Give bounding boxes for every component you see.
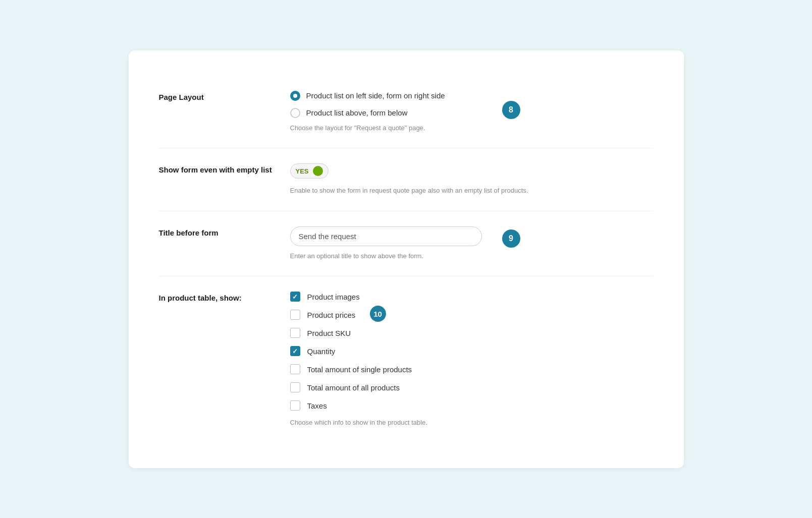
checkbox-quantity-label: Quantity — [307, 347, 336, 356]
layout-left-radio[interactable] — [290, 91, 300, 101]
layout-left-option[interactable]: Product list on left side, form on right… — [290, 91, 654, 101]
badge-8: 8 — [502, 101, 520, 119]
layout-helper-text: Choose the layout for "Request a quote" … — [290, 123, 654, 133]
checkbox-total-single[interactable]: Total amount of single products — [290, 364, 654, 374]
page-layout-label: Page Layout — [159, 91, 290, 102]
product-table-checkboxes: Product images Product prices 10 Product… — [290, 292, 654, 411]
title-before-form-content: 9 Enter an optional title to show above … — [290, 226, 654, 261]
checkbox-product-images-label: Product images — [307, 293, 360, 301]
product-table-label: In product table, show: — [159, 292, 290, 303]
checkbox-product-prices-box[interactable] — [290, 310, 300, 320]
yes-toggle[interactable]: YES — [290, 163, 329, 179]
checkbox-product-sku-box[interactable] — [290, 328, 300, 338]
title-helper-text: Enter an optional title to show above th… — [290, 251, 654, 261]
title-input-wrapper: 9 — [290, 226, 654, 246]
checkbox-product-prices-label: Product prices — [307, 311, 356, 319]
checkbox-product-sku-label: Product SKU — [307, 329, 351, 337]
title-before-form-row: Title before form 9 Enter an optional ti… — [159, 211, 654, 277]
checkbox-taxes-label: Taxes — [307, 401, 327, 410]
checkbox-product-sku[interactable]: Product SKU — [290, 328, 654, 338]
layout-above-option[interactable]: Product list above, form below — [290, 108, 654, 118]
layout-above-label: Product list above, form below — [306, 108, 408, 117]
show-form-content: YES Enable to show the form in request q… — [290, 163, 654, 196]
settings-card: Page Layout Product list on left side, f… — [129, 50, 684, 468]
product-table-content: Product images Product prices 10 Product… — [290, 292, 654, 428]
checkbox-total-all-box[interactable] — [290, 382, 300, 392]
checkbox-total-single-box[interactable] — [290, 364, 300, 374]
checkbox-taxes-box[interactable] — [290, 400, 300, 411]
checkbox-taxes[interactable]: Taxes — [290, 400, 654, 411]
product-table-helper: Choose which info to show in the product… — [290, 418, 654, 428]
checkbox-quantity-box[interactable] — [290, 346, 300, 356]
checkbox-quantity[interactable]: Quantity — [290, 346, 654, 356]
layout-radio-group: Product list on left side, form on right… — [290, 91, 654, 118]
layout-left-label: Product list on left side, form on right… — [306, 91, 445, 100]
title-input[interactable] — [290, 226, 482, 246]
product-table-row: In product table, show: Product images P… — [159, 276, 654, 443]
show-form-row: Show form even with empty list YES Enabl… — [159, 148, 654, 211]
title-before-form-label: Title before form — [159, 226, 290, 238]
toggle-yes-label: YES — [296, 167, 309, 175]
toggle-dot — [313, 166, 323, 176]
badge-9: 9 — [502, 229, 520, 248]
checkbox-product-images[interactable]: Product images — [290, 292, 654, 302]
checkbox-total-all-label: Total amount of all products — [307, 383, 400, 392]
show-form-helper: Enable to show the form in request quote… — [290, 186, 654, 196]
badge-10: 10 — [370, 306, 386, 322]
layout-above-radio[interactable] — [290, 108, 300, 118]
checkbox-product-prices[interactable]: Product prices 10 — [290, 310, 654, 320]
page-layout-content: Product list on left side, form on right… — [290, 91, 654, 133]
checkbox-total-all[interactable]: Total amount of all products — [290, 382, 654, 392]
checkbox-product-images-box[interactable] — [290, 292, 300, 302]
show-form-label: Show form even with empty list — [159, 163, 290, 175]
page-layout-row: Page Layout Product list on left side, f… — [159, 76, 654, 149]
checkbox-total-single-label: Total amount of single products — [307, 365, 412, 374]
toggle-wrapper: YES — [290, 163, 654, 179]
